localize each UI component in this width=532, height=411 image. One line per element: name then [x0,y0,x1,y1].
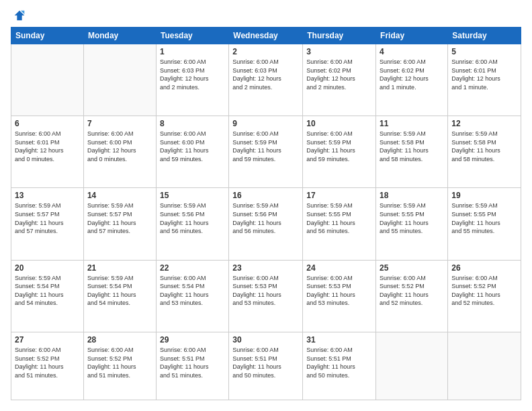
day-info: Sunrise: 5:59 AM Sunset: 5:55 PM Dayligh… [451,201,517,235]
day-number: 12 [451,119,517,128]
calendar-cell: 18Sunrise: 5:59 AM Sunset: 5:55 PM Dayli… [376,188,448,260]
calendar-cell: 11Sunrise: 5:59 AM Sunset: 5:58 PM Dayli… [376,116,448,188]
day-info: Sunrise: 6:00 AM Sunset: 5:52 PM Dayligh… [380,274,444,308]
day-info: Sunrise: 5:59 AM Sunset: 5:57 PM Dayligh… [87,201,152,235]
calendar-cell: 25Sunrise: 6:00 AM Sunset: 5:52 PM Dayli… [376,260,448,332]
weekday-header-thursday: Thursday [303,28,376,44]
day-number: 9 [232,119,299,128]
calendar-cell: 17Sunrise: 5:59 AM Sunset: 5:55 PM Dayli… [303,188,376,260]
day-info: Sunrise: 6:00 AM Sunset: 5:53 PM Dayligh… [306,274,372,308]
calendar-cell: 16Sunrise: 5:59 AM Sunset: 5:56 PM Dayli… [229,188,303,260]
calendar-week-0: 1Sunrise: 6:00 AM Sunset: 6:03 PM Daylig… [11,44,521,116]
day-number: 19 [451,191,517,200]
calendar-cell: 5Sunrise: 6:00 AM Sunset: 6:01 PM Daylig… [448,44,521,116]
calendar-cell: 2Sunrise: 6:00 AM Sunset: 6:03 PM Daylig… [229,44,303,116]
calendar-cell: 6Sunrise: 6:00 AM Sunset: 6:01 PM Daylig… [11,116,84,188]
day-number: 8 [160,119,225,128]
day-info: Sunrise: 5:59 AM Sunset: 5:58 PM Dayligh… [451,130,517,163]
day-info: Sunrise: 6:00 AM Sunset: 5:51 PM Dayligh… [160,346,225,379]
calendar-cell: 8Sunrise: 6:00 AM Sunset: 6:00 PM Daylig… [156,116,228,188]
day-number: 17 [306,191,372,200]
day-number: 5 [451,47,517,56]
weekday-header-row: SundayMondayTuesdayWednesdayThursdayFrid… [11,28,521,44]
day-number: 1 [160,47,225,56]
calendar-cell: 1Sunrise: 6:00 AM Sunset: 6:03 PM Daylig… [156,44,228,116]
weekday-header-friday: Friday [376,28,448,44]
day-info: Sunrise: 6:00 AM Sunset: 5:52 PM Dayligh… [87,346,152,379]
calendar-cell: 3Sunrise: 6:00 AM Sunset: 6:02 PM Daylig… [303,44,376,116]
day-info: Sunrise: 6:00 AM Sunset: 5:53 PM Dayligh… [232,274,299,308]
day-info: Sunrise: 6:00 AM Sunset: 5:52 PM Dayligh… [15,346,80,379]
calendar-cell: 10Sunrise: 6:00 AM Sunset: 5:59 PM Dayli… [303,116,376,188]
day-number: 15 [160,191,225,200]
calendar-week-3: 20Sunrise: 5:59 AM Sunset: 5:54 PM Dayli… [11,260,521,332]
day-number: 22 [160,263,225,273]
header [11,11,521,20]
day-info: Sunrise: 5:59 AM Sunset: 5:56 PM Dayligh… [160,201,225,235]
calendar-cell: 14Sunrise: 5:59 AM Sunset: 5:57 PM Dayli… [83,188,156,260]
calendar-cell: 23Sunrise: 6:00 AM Sunset: 5:53 PM Dayli… [229,260,303,332]
logo [11,11,27,20]
day-number: 6 [15,119,80,128]
calendar-week-4: 27Sunrise: 6:00 AM Sunset: 5:52 PM Dayli… [11,332,521,400]
weekday-header-wednesday: Wednesday [229,28,303,44]
calendar-cell: 15Sunrise: 5:59 AM Sunset: 5:56 PM Dayli… [156,188,228,260]
page: SundayMondayTuesdayWednesdayThursdayFrid… [0,0,532,411]
day-number: 7 [87,119,152,128]
day-number: 29 [160,335,225,345]
calendar-cell [376,332,448,400]
day-number: 20 [15,263,80,273]
day-info: Sunrise: 6:00 AM Sunset: 5:51 PM Dayligh… [306,346,372,379]
day-info: Sunrise: 6:00 AM Sunset: 5:59 PM Dayligh… [232,130,299,163]
weekday-header-sunday: Sunday [11,28,84,44]
day-number: 27 [15,335,80,345]
weekday-header-saturday: Saturday [448,28,521,44]
day-info: Sunrise: 6:00 AM Sunset: 5:59 PM Dayligh… [306,130,372,163]
day-number: 2 [232,47,299,56]
day-info: Sunrise: 5:59 AM Sunset: 5:55 PM Dayligh… [380,201,444,235]
day-info: Sunrise: 6:00 AM Sunset: 6:00 PM Dayligh… [87,130,152,163]
day-number: 4 [380,47,444,56]
calendar-cell [83,44,156,116]
day-number: 18 [380,191,444,200]
calendar-cell [11,44,84,116]
calendar-cell: 21Sunrise: 5:59 AM Sunset: 5:54 PM Dayli… [83,260,156,332]
day-info: Sunrise: 6:00 AM Sunset: 5:52 PM Dayligh… [451,274,517,308]
calendar-cell: 22Sunrise: 6:00 AM Sunset: 5:54 PM Dayli… [156,260,228,332]
calendar-cell: 19Sunrise: 5:59 AM Sunset: 5:55 PM Dayli… [448,188,521,260]
day-number: 11 [380,119,444,128]
day-number: 25 [380,263,444,273]
calendar-cell: 12Sunrise: 5:59 AM Sunset: 5:58 PM Dayli… [448,116,521,188]
day-number: 26 [451,263,517,273]
day-number: 13 [15,191,80,200]
calendar-cell: 24Sunrise: 6:00 AM Sunset: 5:53 PM Dayli… [303,260,376,332]
day-info: Sunrise: 5:59 AM Sunset: 5:54 PM Dayligh… [87,274,152,308]
day-info: Sunrise: 6:00 AM Sunset: 6:03 PM Dayligh… [160,58,225,91]
calendar-cell: 27Sunrise: 6:00 AM Sunset: 5:52 PM Dayli… [11,332,84,400]
day-number: 10 [306,119,372,128]
day-number: 28 [87,335,152,345]
calendar-cell: 30Sunrise: 6:00 AM Sunset: 5:51 PM Dayli… [229,332,303,400]
day-number: 24 [306,263,372,273]
calendar-table: SundayMondayTuesdayWednesdayThursdayFrid… [11,27,521,400]
calendar-cell: 7Sunrise: 6:00 AM Sunset: 6:00 PM Daylig… [83,116,156,188]
day-number: 3 [306,47,372,56]
day-info: Sunrise: 6:00 AM Sunset: 6:02 PM Dayligh… [306,58,372,91]
day-info: Sunrise: 5:59 AM Sunset: 5:57 PM Dayligh… [15,201,80,235]
day-number: 23 [232,263,299,273]
day-info: Sunrise: 6:00 AM Sunset: 6:00 PM Dayligh… [160,130,225,163]
calendar-cell: 4Sunrise: 6:00 AM Sunset: 6:02 PM Daylig… [376,44,448,116]
weekday-header-monday: Monday [83,28,156,44]
calendar-cell [448,332,521,400]
logo-icon [12,8,27,23]
day-number: 14 [87,191,152,200]
day-info: Sunrise: 6:00 AM Sunset: 5:54 PM Dayligh… [160,274,225,308]
calendar-week-1: 6Sunrise: 6:00 AM Sunset: 6:01 PM Daylig… [11,116,521,188]
calendar-cell: 28Sunrise: 6:00 AM Sunset: 5:52 PM Dayli… [83,332,156,400]
calendar-cell: 26Sunrise: 6:00 AM Sunset: 5:52 PM Dayli… [448,260,521,332]
calendar-cell: 9Sunrise: 6:00 AM Sunset: 5:59 PM Daylig… [229,116,303,188]
day-number: 16 [232,191,299,200]
day-number: 21 [87,263,152,273]
day-info: Sunrise: 5:59 AM Sunset: 5:54 PM Dayligh… [15,274,80,308]
calendar-week-2: 13Sunrise: 5:59 AM Sunset: 5:57 PM Dayli… [11,188,521,260]
